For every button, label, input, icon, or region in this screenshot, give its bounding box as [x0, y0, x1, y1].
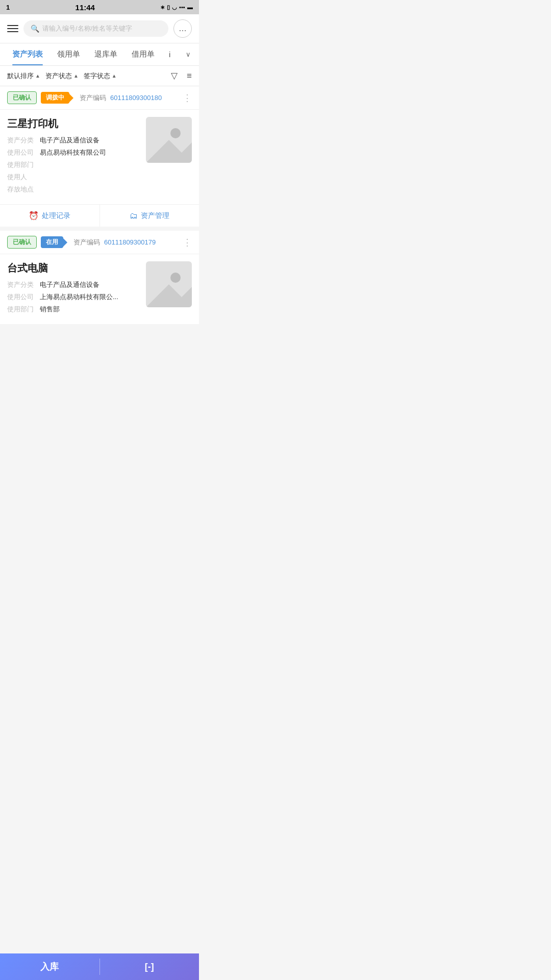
label-location-1: 存放地点 — [7, 185, 40, 194]
message-button[interactable]: … — [173, 19, 192, 38]
info-dept-2: 使用部门 销售部 — [7, 305, 140, 314]
status-badge-transfer-1: 调拨中 — [41, 92, 73, 104]
process-record-icon-1: ⏰ — [29, 211, 39, 220]
filter-default-sort[interactable]: 默认排序 ▲ — [7, 71, 40, 81]
search-icon: 🔍 — [31, 24, 39, 33]
placeholder-image-1 — [146, 117, 192, 163]
status-badge-inuse-2: 在用 — [41, 236, 67, 248]
card-body-2: 台式电脑 资产分类 电子产品及通信设备 使用公司 上海易点易动科技有限公... … — [0, 254, 199, 324]
value-company-1: 易点易动科技有限公司 — [40, 148, 106, 157]
asset-name-2: 台式电脑 — [7, 261, 140, 275]
signal-icon: ▪▪▪ — [179, 4, 185, 10]
filter-sign-status-label: 签字状态 — [84, 71, 110, 81]
tab-return-order[interactable]: 退库单 — [87, 43, 124, 65]
battery-icon: ▬ — [187, 4, 193, 10]
label-company-1: 使用公司 — [7, 148, 40, 157]
code-value-2: 60111809300179 — [104, 238, 156, 246]
label-company-2: 使用公司 — [7, 292, 40, 302]
asset-manage-button-1[interactable]: 🗂 资产管理 — [100, 205, 199, 227]
value-dept-2: 销售部 — [40, 305, 60, 314]
label-category-1: 资产分类 — [7, 136, 40, 145]
process-record-label-1: 处理记录 — [42, 211, 70, 220]
sign-status-arrow-icon: ▲ — [112, 73, 117, 79]
message-icon: … — [179, 24, 187, 33]
label-user-1: 使用人 — [7, 173, 40, 182]
asset-name-1: 三星打印机 — [7, 117, 140, 131]
asset-card-1: 已确认 调拨中 资产编码 60111809300180 ⋮ 三星打印机 资产分类… — [0, 86, 199, 227]
placeholder-image-2 — [146, 261, 192, 307]
asset-manage-icon-1: 🗂 — [130, 211, 138, 220]
search-placeholder: 请输入编号/名称/姓名等关键字 — [42, 24, 132, 33]
info-category-2: 资产分类 电子产品及通信设备 — [7, 280, 140, 289]
filter-asset-status-label: 资产状态 — [45, 71, 72, 81]
filter-bar: 默认排序 ▲ 资产状态 ▲ 签字状态 ▲ ▽ ≡ — [0, 66, 199, 86]
tab-claim-order[interactable]: 领用单 — [50, 43, 87, 65]
label-dept-2: 使用部门 — [7, 305, 40, 314]
header: 🔍 请输入编号/名称/姓名等关键字 … — [0, 14, 199, 43]
code-value-1: 60111809300180 — [110, 94, 162, 102]
status-time: 11:44 — [76, 3, 95, 12]
hamburger-line-3 — [7, 31, 18, 32]
asset-image-1 — [146, 117, 192, 163]
card-footer-1: ⏰ 处理记录 🗂 资产管理 — [0, 204, 199, 227]
value-company-2: 上海易点易动科技有限公... — [40, 292, 118, 302]
hamburger-line-2 — [7, 28, 18, 29]
transfer-arrow-icon-1 — [68, 93, 73, 103]
tab-expand-button[interactable]: ∨ — [183, 44, 194, 64]
process-record-button-1[interactable]: ⏰ 处理记录 — [0, 205, 100, 227]
info-location-1: 存放地点 — [7, 185, 140, 194]
label-dept-1: 使用部门 — [7, 160, 40, 169]
status-icons: ∗ ▯ ◡ ▪▪▪ ▬ — [160, 4, 193, 11]
filter-sort-label: 默认排序 — [7, 71, 34, 81]
card-header-2: 已确认 在用 资产编码 60111809300179 ⋮ — [0, 231, 199, 254]
code-label-2: 资产编码 — [73, 238, 100, 247]
tab-bar: 资产列表 领用单 退库单 借用单 i ∨ — [0, 43, 199, 66]
inuse-badge-2: 在用 — [41, 236, 63, 248]
filter-sign-status[interactable]: 签字状态 ▲ — [84, 71, 117, 81]
svg-point-4 — [170, 273, 181, 283]
bluetooth-icon: ∗ — [160, 4, 165, 11]
filter-list-button[interactable]: ≡ — [187, 71, 192, 81]
card-body-1: 三星打印机 资产分类 电子产品及通信设备 使用公司 易点易动科技有限公司 使用部… — [0, 110, 199, 204]
wifi-icon: ◡ — [172, 4, 177, 11]
inuse-arrow-icon-2 — [62, 237, 67, 248]
code-label-1: 资产编码 — [80, 93, 106, 103]
card-header-1: 已确认 调拨中 资产编码 60111809300180 ⋮ — [0, 86, 199, 110]
svg-point-1 — [170, 128, 181, 138]
info-company-2: 使用公司 上海易点易动科技有限公... — [7, 292, 140, 302]
info-category-1: 资产分类 电子产品及通信设备 — [7, 136, 140, 145]
status-notification: 1 — [6, 4, 10, 11]
status-bar: 1 11:44 ∗ ▯ ◡ ▪▪▪ ▬ — [0, 0, 199, 14]
info-user-1: 使用人 — [7, 173, 140, 182]
asset-manage-label-1: 资产管理 — [141, 211, 169, 220]
card-more-button-2[interactable]: ⋮ — [183, 237, 192, 248]
asset-image-2 — [146, 261, 192, 307]
card-info-1: 三星打印机 资产分类 电子产品及通信设备 使用公司 易点易动科技有限公司 使用部… — [7, 117, 140, 197]
sort-arrow-icon: ▲ — [35, 73, 40, 79]
transfer-badge-1: 调拨中 — [41, 92, 69, 104]
card-more-button-1[interactable]: ⋮ — [183, 92, 192, 104]
filter-asset-status[interactable]: 资产状态 ▲ — [45, 71, 79, 81]
asset-card-2: 已确认 在用 资产编码 60111809300179 ⋮ 台式电脑 资产分类 电… — [0, 231, 199, 324]
label-category-2: 资产分类 — [7, 280, 40, 289]
tab-more[interactable]: i — [162, 44, 178, 65]
value-category-1: 电子产品及通信设备 — [40, 136, 99, 145]
value-category-2: 电子产品及通信设备 — [40, 280, 99, 289]
card-info-2: 台式电脑 资产分类 电子产品及通信设备 使用公司 上海易点易动科技有限公... … — [7, 261, 140, 317]
hamburger-line-1 — [7, 25, 18, 26]
confirmed-badge-1: 已确认 — [7, 91, 37, 104]
asset-status-arrow-icon: ▲ — [73, 73, 79, 79]
tab-borrow-order[interactable]: 借用单 — [124, 43, 162, 65]
phone-icon: ▯ — [167, 4, 170, 11]
info-company-1: 使用公司 易点易动科技有限公司 — [7, 148, 140, 157]
menu-button[interactable] — [7, 25, 18, 32]
asset-list: 已确认 调拨中 资产编码 60111809300180 ⋮ 三星打印机 资产分类… — [0, 86, 199, 359]
filter-funnel-button[interactable]: ▽ — [171, 70, 178, 81]
tab-asset-list[interactable]: 资产列表 — [5, 43, 50, 65]
confirmed-badge-2: 已确认 — [7, 236, 37, 249]
search-bar[interactable]: 🔍 请输入编号/名称/姓名等关键字 — [23, 20, 168, 37]
info-dept-1: 使用部门 — [7, 160, 140, 169]
